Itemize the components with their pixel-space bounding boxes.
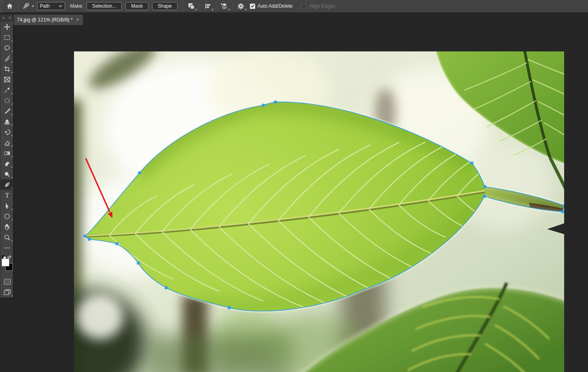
path-anchor[interactable] bbox=[563, 204, 565, 207]
gear-icon[interactable] bbox=[236, 2, 246, 11]
path-anchor[interactable] bbox=[165, 287, 168, 289]
path-anchor[interactable] bbox=[561, 210, 564, 213]
tool-frame-tool[interactable] bbox=[0, 74, 14, 85]
options-bar: ▾ Path Make: Selection... Mask Shape bbox=[0, 0, 588, 13]
close-icon[interactable]: × bbox=[76, 17, 79, 23]
path-anchor[interactable] bbox=[116, 242, 118, 245]
chevron-down-icon[interactable]: ▾ bbox=[32, 4, 34, 8]
align-edges-label: Align Edges bbox=[309, 3, 335, 9]
tool-zoom-tool[interactable] bbox=[0, 232, 14, 242]
tool-lasso-tool[interactable] bbox=[0, 43, 14, 53]
align-edges-checkbox bbox=[301, 4, 307, 9]
options-bar-grip bbox=[0, 0, 3, 13]
pen-preset-icon[interactable] bbox=[21, 2, 32, 11]
tool-path-selection-tool[interactable] bbox=[0, 200, 14, 211]
tool-history-brush-tool[interactable] bbox=[0, 127, 14, 137]
tool-dodge-tool[interactable] bbox=[0, 169, 14, 179]
path-anchor[interactable] bbox=[484, 185, 486, 188]
tool-healing-brush-tool[interactable] bbox=[0, 95, 14, 106]
mask-button[interactable]: Mask bbox=[125, 2, 148, 10]
tool-gradient-tool[interactable] bbox=[0, 148, 14, 158]
tools-panel-header: » × bbox=[0, 15, 13, 21]
auto-add-delete-label: Auto Add/Delete bbox=[258, 3, 293, 9]
tool-crop-tool[interactable] bbox=[0, 64, 14, 74]
separator bbox=[233, 1, 233, 11]
tools-panel: » × T bbox=[0, 15, 13, 298]
tool-smudge-tool[interactable] bbox=[0, 158, 14, 169]
separator bbox=[183, 1, 183, 11]
tool-eraser-tool[interactable] bbox=[0, 137, 14, 148]
canvas-area[interactable] bbox=[74, 51, 564, 372]
svg-text:T: T bbox=[5, 192, 9, 199]
color-controls bbox=[0, 253, 13, 276]
document-tab[interactable]: 74.jpg @ 121% (RGB/8) * × bbox=[12, 15, 83, 25]
path-anchor[interactable] bbox=[228, 306, 231, 309]
separator bbox=[199, 1, 200, 11]
auto-add-delete-checkbox[interactable] bbox=[250, 4, 255, 9]
tool-mode-value: Path bbox=[40, 3, 50, 9]
make-label: Make: bbox=[70, 3, 83, 9]
tool-pen-tool[interactable] bbox=[0, 179, 14, 190]
path-arrangement-icon[interactable] bbox=[219, 2, 230, 11]
path-anchor[interactable] bbox=[262, 104, 265, 107]
tool-mode-select[interactable]: Path bbox=[37, 2, 66, 10]
tool-move-tool[interactable] bbox=[0, 21, 14, 32]
path-anchor[interactable] bbox=[274, 101, 277, 104]
screen-mode-icon[interactable] bbox=[0, 287, 14, 298]
tool-brush-tool[interactable] bbox=[0, 106, 14, 116]
separator bbox=[18, 1, 18, 11]
tool-shape-tool[interactable] bbox=[0, 211, 14, 221]
selection-button[interactable]: Selection... bbox=[87, 2, 122, 10]
document-tab-title: 74.jpg @ 121% (RGB/8) * bbox=[17, 17, 73, 23]
path-anchor[interactable] bbox=[84, 235, 87, 238]
separator bbox=[216, 1, 216, 11]
chevron-down-icon bbox=[59, 5, 62, 7]
collapse-panel-icon[interactable]: » bbox=[2, 16, 4, 20]
path-anchor[interactable] bbox=[471, 162, 474, 165]
path-alignment-icon[interactable] bbox=[203, 2, 213, 11]
path-anchor[interactable] bbox=[88, 238, 91, 241]
photo-leaf bbox=[74, 51, 564, 372]
path-anchor[interactable] bbox=[137, 262, 140, 265]
close-icon[interactable]: × bbox=[9, 16, 11, 20]
foreground-color-swatch[interactable] bbox=[2, 259, 9, 266]
tool-eyedropper-tool[interactable] bbox=[0, 85, 14, 95]
path-anchor[interactable] bbox=[138, 172, 141, 174]
tool-type-tool[interactable]: T bbox=[0, 190, 14, 200]
tool-edit-toolbar-ellipsis[interactable] bbox=[0, 242, 14, 253]
path-operations-icon[interactable] bbox=[186, 2, 197, 11]
shape-button[interactable]: Shape bbox=[152, 2, 178, 10]
tool-marquee-tool[interactable] bbox=[0, 32, 14, 43]
tool-clone-stamp-tool[interactable] bbox=[0, 116, 14, 127]
quick-mask-icon[interactable] bbox=[0, 276, 14, 287]
home-icon[interactable] bbox=[4, 2, 15, 11]
tool-object-selection-tool[interactable] bbox=[0, 53, 14, 64]
path-anchor[interactable] bbox=[483, 195, 486, 198]
tool-hand-tool[interactable] bbox=[0, 221, 14, 232]
